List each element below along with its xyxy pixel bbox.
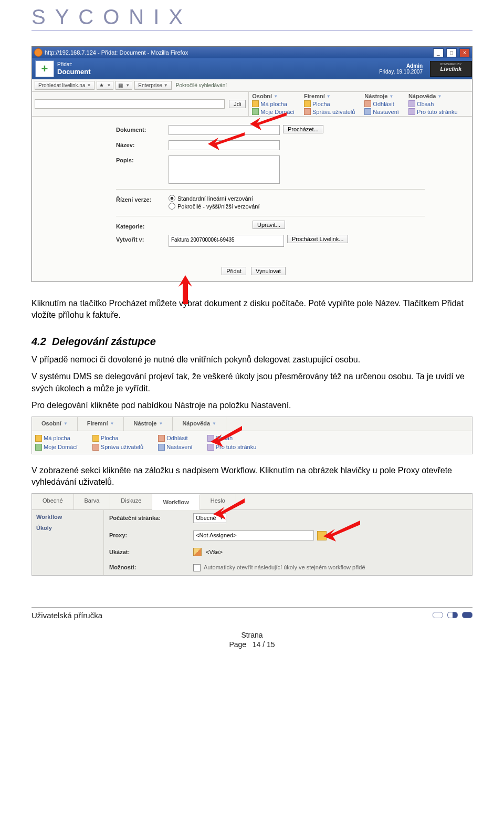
grid-icon[interactable]: ▦▼	[116, 81, 132, 90]
tab-workflow[interactable]: Workflow	[152, 494, 200, 509]
footer-strana: Strana	[32, 630, 472, 640]
paragraph: Pro delegování klikněte pod nabídkou Nás…	[32, 400, 472, 411]
admin-label: Admin	[379, 63, 423, 69]
footer-title: Uživatelská příručka	[32, 611, 102, 620]
link-obsah[interactable]: Obsah	[408, 100, 458, 107]
form-area: Dokument: Procházet... Název: Popis: Říz…	[32, 117, 472, 263]
link-nastaveni[interactable]: Nastavení	[158, 443, 193, 451]
tab-barva[interactable]: Barva	[74, 494, 111, 509]
side-ukoly[interactable]: Úkoly	[36, 524, 99, 532]
link-pro-tuto[interactable]: Pro tuto stránku	[408, 108, 458, 115]
breadcrumb-big: Document	[57, 68, 379, 76]
footer-pagenum: 14 / 15	[253, 640, 275, 649]
link-moje-domaci[interactable]: Moje Domácí	[35, 443, 78, 451]
firefox-logo-icon	[34, 48, 43, 57]
tab-osobni[interactable]: Osobní▼	[32, 417, 78, 430]
browse-livelink-button[interactable]: Procházet Livelink...	[287, 235, 348, 243]
link-moje-domaci[interactable]: Moje Domácí	[252, 108, 295, 115]
menu-osobni[interactable]: Osobní▼	[252, 93, 278, 99]
vynulovat-button[interactable]: Vynulovat	[251, 267, 286, 275]
document-body: Kliknutím na tlačítko Procházet můžete v…	[32, 298, 472, 576]
page-half-icon	[447, 612, 458, 618]
input-dokument[interactable]	[169, 125, 280, 135]
tab-obecne[interactable]: Obecné	[32, 494, 74, 509]
screenshot-workflow: Obecné Barva Diskuze Workflow Heslo Work…	[32, 493, 472, 576]
logo-underline	[32, 30, 472, 30]
menu-napoveda[interactable]: Nápověda▼	[408, 93, 442, 99]
radio-standard[interactable]	[169, 195, 175, 202]
section-heading: 4.2 Delegování zástupce	[32, 334, 472, 349]
link-pro-tuto[interactable]: Pro tuto stránku	[207, 443, 257, 451]
add-icon: +	[35, 60, 54, 77]
star-icon[interactable]: ★▼	[97, 81, 113, 90]
proxy-user-icon[interactable]	[317, 531, 327, 540]
date-label: Friday, 19.10.2007	[379, 69, 423, 75]
input-proxy[interactable]: <Not Assigned>	[193, 530, 314, 540]
input-nazev[interactable]	[169, 140, 280, 150]
radio-advanced[interactable]	[169, 203, 175, 210]
prochazet-button[interactable]: Procházet...	[283, 125, 323, 133]
link-sprava[interactable]: Správa uživatelů	[92, 443, 143, 451]
advanced-search-link[interactable]: Pokročilé vyhledávání	[176, 82, 227, 88]
radio-standard-label: Standardní lineární verzování	[177, 195, 253, 202]
menu-firemni[interactable]: Firemní▼	[304, 93, 331, 99]
go-button[interactable]: Jdi	[229, 100, 246, 108]
form-divider-2	[116, 216, 425, 216]
page-empty-icon	[433, 612, 443, 618]
enterprise-button[interactable]: Enterprise▼	[134, 81, 172, 90]
link-plocha[interactable]: Plocha	[92, 434, 143, 442]
paragraph: Kliknutím na tlačítko Procházet můžete v…	[32, 298, 472, 321]
side-workflow[interactable]: Workflow	[36, 513, 99, 521]
link-ma-plocha[interactable]: Má plocha	[252, 100, 295, 107]
moznosti-text: Automaticky otevřít následující úkoly ve…	[204, 564, 365, 571]
window-titlebar: http://192.168.7.124 - Přidat: Document …	[32, 47, 472, 58]
ukazat-value: <Vše>	[206, 548, 223, 556]
pencil-icon[interactable]	[193, 548, 202, 556]
link-obsah[interactable]: Obsah	[207, 434, 257, 442]
label-moznosti: Možnosti:	[109, 564, 193, 571]
tab-firemni[interactable]: Firemní▼	[78, 417, 124, 430]
menu-nastroje[interactable]: Nástroje▼	[364, 93, 393, 99]
pridat-button[interactable]: Přidat	[222, 267, 246, 275]
form-footer: Přidat Vynulovat	[32, 263, 472, 282]
paragraph: V systému DMS se delegování projeví tak,…	[32, 371, 472, 394]
label-pocatecni: Počáteční stránka:	[109, 514, 193, 522]
search-input[interactable]	[35, 99, 225, 109]
label-proxy: Proxy:	[109, 532, 193, 539]
minimize-icon[interactable]: _	[433, 48, 444, 57]
pager-icons	[430, 611, 472, 620]
label-dokument: Dokument:	[116, 125, 169, 133]
label-kategorie: Kategorie:	[116, 222, 169, 230]
label-popis: Popis:	[116, 155, 169, 163]
tab-napoveda[interactable]: Nápověda▼	[173, 417, 226, 430]
textarea-popis[interactable]	[169, 155, 280, 184]
upravit-button[interactable]: Upravit...	[253, 221, 285, 229]
radio-advanced-label: Pokročilé - vyšší/nižší verzování	[177, 203, 260, 210]
close-icon[interactable]: ×	[459, 48, 470, 57]
maximize-icon[interactable]: □	[446, 48, 457, 57]
paragraph: V zobrazené sekci klikněte na záložku s …	[32, 465, 472, 488]
link-sprava[interactable]: Správa uživatelů	[304, 108, 355, 115]
screenshot-main: http://192.168.7.124 - Přidat: Document …	[32, 46, 472, 282]
input-vytvorit[interactable]: Faktura 200700006t-69435	[169, 235, 284, 247]
search-scope-button[interactable]: Prohledat livelink.na▼	[35, 81, 94, 90]
link-nastaveni[interactable]: Nastavení	[364, 108, 399, 115]
tab-heslo[interactable]: Heslo	[200, 494, 236, 509]
window-title: http://192.168.7.124 - Přidat: Document …	[43, 49, 432, 56]
app-header: + Přidat: Document Admin Friday, 19.10.2…	[32, 58, 472, 79]
link-odhlasit[interactable]: Odhlásit	[158, 434, 193, 442]
link-plocha[interactable]: Plocha	[304, 100, 355, 107]
livelink-logo: POWERED BY Livelink	[430, 61, 472, 77]
checkbox-moznosti[interactable]	[193, 564, 201, 571]
tab-nastroje[interactable]: Nástroje▼	[124, 417, 173, 430]
footer-page: Page	[229, 640, 246, 649]
select-pocatecni[interactable]: Obecné▼	[193, 513, 226, 523]
link-ma-plocha[interactable]: Má plocha	[35, 434, 78, 442]
breadcrumb-small: Přidat:	[57, 61, 379, 68]
logo-text: SYCONIX	[32, 5, 472, 29]
tab-diskuze[interactable]: Diskuze	[110, 494, 152, 509]
paragraph: V případě nemoci či dovolené je nutné dl…	[32, 354, 472, 366]
link-odhlasit[interactable]: Odhlásit	[364, 100, 399, 107]
label-rizeni: Řízení verze:	[116, 195, 169, 203]
screenshot-nav: Osobní▼ Firemní▼ Nástroje▼ Nápověda▼ Má …	[32, 417, 472, 454]
